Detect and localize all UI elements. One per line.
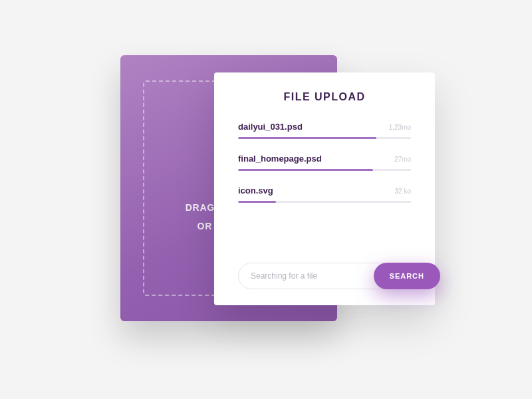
upload-title: FILE UPLOAD <box>238 91 411 103</box>
file-name: dailyui_031.psd <box>238 122 303 132</box>
progress-track <box>238 169 411 171</box>
progress-track <box>238 137 411 139</box>
upload-card: FILE UPLOAD dailyui_031.psd 1,23mo final… <box>214 72 435 305</box>
progress-fill <box>238 137 376 139</box>
file-size: 27mo <box>394 156 411 163</box>
progress-fill <box>238 201 276 203</box>
file-name: icon.svg <box>238 186 273 196</box>
file-size: 1,23mo <box>389 124 411 131</box>
file-row: final_homepage.psd 27mo <box>238 154 411 171</box>
file-row: dailyui_031.psd 1,23mo <box>238 122 411 139</box>
search-row: SEARCH <box>238 263 411 289</box>
progress-track <box>238 201 411 203</box>
progress-fill <box>238 169 373 171</box>
file-size: 32 ko <box>395 188 411 195</box>
search-button[interactable]: SEARCH <box>374 263 440 289</box>
file-row: icon.svg 32 ko <box>238 186 411 203</box>
file-name: final_homepage.psd <box>238 154 322 164</box>
